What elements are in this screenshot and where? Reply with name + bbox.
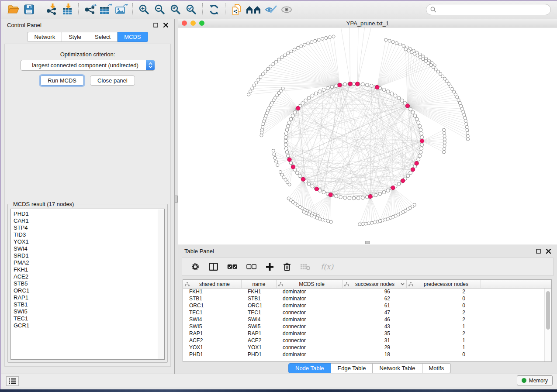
refresh-view-button[interactable] <box>206 3 222 17</box>
cell-mcds_role: connector <box>277 344 343 351</box>
table-row[interactable]: FKH1FKH1dominator962 <box>183 289 551 296</box>
show-all-button[interactable] <box>279 3 294 17</box>
zoom-in-button[interactable] <box>136 3 152 17</box>
table-scrollbar-thumb[interactable] <box>546 291 550 330</box>
sort-desc-icon <box>401 283 405 285</box>
split-view-icon[interactable] <box>209 263 218 271</box>
close-panel-icon[interactable] <box>546 249 551 254</box>
tab-style[interactable]: Style <box>62 32 88 42</box>
zoom-out-button[interactable] <box>152 3 168 17</box>
column-header-mcds_role[interactable]: MCDS role <box>277 280 343 288</box>
tab-mcds[interactable]: MCDS <box>118 32 148 42</box>
float-panel-icon[interactable] <box>153 23 158 28</box>
mcds-result-item[interactable]: FKH1 <box>14 266 156 273</box>
mcds-result-title: MCDS result (17 nodes) <box>11 201 76 207</box>
network-graph[interactable] <box>178 28 557 244</box>
import-table-button[interactable] <box>59 3 75 17</box>
splitter-handle-icon[interactable] <box>175 196 178 203</box>
table-tab-edge-table[interactable]: Edge Table <box>331 363 373 373</box>
add-column-icon[interactable] <box>266 263 274 271</box>
open-folder-icon <box>7 4 19 14</box>
cell-predecessor_nodes: 2 <box>407 316 481 323</box>
mcds-result-item[interactable]: SWI4 <box>14 245 156 252</box>
select-all-columns-icon[interactable] <box>227 264 237 269</box>
mcds-result-item[interactable]: SWI5 <box>14 308 156 315</box>
table-row[interactable]: STB1STB1dominator620 <box>183 296 551 303</box>
mcds-result-item[interactable]: STP4 <box>14 224 156 231</box>
delete-column-icon[interactable] <box>283 262 291 271</box>
table-tab-node-table[interactable]: Node Table <box>288 363 331 373</box>
table-row[interactable]: SWI5SWI5connector431 <box>183 323 551 330</box>
mcds-result-item[interactable]: TEC1 <box>14 315 156 322</box>
cell-successor_nodes: 47 <box>343 309 407 316</box>
table-row[interactable]: ACE2ACE2connector311 <box>183 337 551 344</box>
mcds-result-item[interactable]: YOX1 <box>14 238 156 245</box>
table-tab-network-table[interactable]: Network Table <box>373 363 422 373</box>
cell-shared_name: PHD1 <box>183 351 242 358</box>
close-panel-icon[interactable] <box>163 23 168 28</box>
tab-select[interactable]: Select <box>88 32 118 42</box>
mcds-result-item[interactable]: STB1 <box>14 301 156 308</box>
table-row[interactable]: ORC1ORC1dominator610 <box>183 303 551 309</box>
horizontal-splitter-handle[interactable] <box>365 241 370 244</box>
cell-successor_nodes: 29 <box>343 344 407 351</box>
cell-name: PHD1 <box>242 351 277 358</box>
mcds-result-item[interactable]: ACE2 <box>14 273 156 280</box>
run-mcds-button[interactable]: Run MCDS <box>40 76 84 86</box>
import-network-button[interactable] <box>44 3 59 17</box>
column-header-name[interactable]: name <box>242 280 277 288</box>
memory-button[interactable]: Memory <box>517 375 553 385</box>
table-row[interactable]: PHD1PHD1dominator180 <box>183 351 551 358</box>
open-session-button[interactable] <box>5 3 21 17</box>
panel-splitter[interactable] <box>175 19 178 374</box>
table-row[interactable]: TEC1TEC1connector472 <box>183 309 551 316</box>
svg-text:f(x): f(x) <box>321 262 334 271</box>
mcds-result-item[interactable]: RAP1 <box>14 294 156 301</box>
mcds-result-item[interactable]: TID3 <box>14 231 156 238</box>
export-network-button[interactable] <box>82 3 98 17</box>
table-row[interactable]: SWI4SWI4dominator462 <box>183 316 551 323</box>
task-history-button[interactable] <box>6 376 19 386</box>
tab-network[interactable]: Network <box>27 32 62 42</box>
mcds-result-list[interactable]: PHD1CAR1STP4TID3YOX1SWI4SRD1PMA2FKH1ACE2… <box>10 209 165 360</box>
mcds-result-item[interactable]: GCR1 <box>14 322 156 329</box>
mcds-result-item[interactable]: ORC1 <box>14 287 156 294</box>
float-panel-icon[interactable] <box>536 249 541 254</box>
cell-mcds_role: dominator <box>277 351 343 358</box>
export-table-button[interactable] <box>98 3 114 17</box>
cell-shared_name: TEC1 <box>183 309 242 316</box>
node-table[interactable]: shared namenameMCDS rolesuccessor nodesp… <box>183 279 552 362</box>
export-image-button[interactable] <box>114 3 129 17</box>
save-session-button[interactable] <box>21 3 37 17</box>
table-row[interactable]: YOX1YOX1connector291 <box>183 344 551 351</box>
cell-predecessor_nodes: 2 <box>407 330 481 337</box>
search-input[interactable] <box>439 6 550 14</box>
search-box[interactable] <box>426 4 551 15</box>
column-header-successor_nodes[interactable]: successor nodes <box>343 280 407 288</box>
mcds-result-item[interactable]: PMA2 <box>14 259 156 266</box>
mcds-result-item[interactable]: CAR1 <box>14 217 156 224</box>
table-scrollbar[interactable] <box>544 289 551 361</box>
column-header-predecessor_nodes[interactable]: predecessor nodes <box>407 280 481 288</box>
table-tab-motifs[interactable]: Motifs <box>422 363 451 373</box>
zoom-selected-button[interactable] <box>183 3 199 17</box>
table-tabs: Node TableEdge TableNetwork TableMotifs <box>288 363 451 373</box>
cell-mcds_role: connector <box>277 309 343 316</box>
network-canvas[interactable] <box>178 28 557 244</box>
mcds-panel: Optimization criterion: largest connecte… <box>4 44 171 367</box>
zoom-fit-button[interactable] <box>168 3 183 17</box>
close-panel-button[interactable]: Close panel <box>90 76 135 86</box>
mcds-result-item[interactable]: PHD1 <box>14 210 156 217</box>
mcds-result-item[interactable]: STB5 <box>14 280 156 287</box>
hide-selected-button[interactable] <box>263 3 279 17</box>
cell-name: SWI5 <box>242 323 277 330</box>
mcds-list-scrollbar[interactable] <box>158 210 164 359</box>
table-row[interactable]: RAP1RAP1dominator352 <box>183 330 551 337</box>
column-header-shared_name[interactable]: shared name <box>183 280 242 288</box>
mcds-result-item[interactable]: SRD1 <box>14 252 156 259</box>
unselect-all-columns-icon[interactable] <box>246 264 256 269</box>
optimization-select[interactable]: largest connected component (undirected) <box>21 60 155 71</box>
clone-network-button[interactable] <box>229 3 245 17</box>
first-neighbors-button[interactable] <box>245 3 263 17</box>
gear-icon[interactable] <box>191 262 200 271</box>
